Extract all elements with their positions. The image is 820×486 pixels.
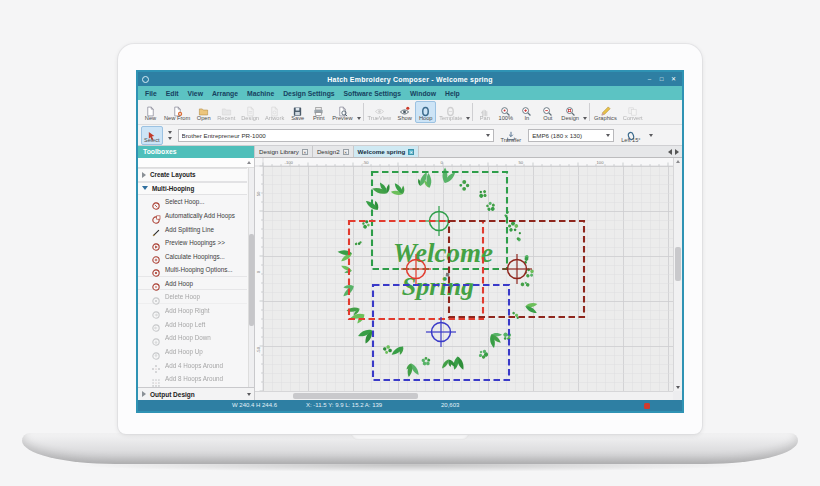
app-body: Toolboxes Create LayoutsMulti-HoopingSel… <box>138 146 682 400</box>
toolbox-scrollbar[interactable] <box>248 168 254 387</box>
scroll-up-icon[interactable] <box>676 160 680 163</box>
select-dropdown-caret[interactable] <box>167 131 174 140</box>
sidebar-item-multi-hooping-options[interactable]: Multi-Hooping Options... <box>138 263 247 277</box>
tab-close-icon[interactable]: ✕ <box>343 149 349 155</box>
toolbar-button-open[interactable]: Open <box>193 101 214 123</box>
toolbox-scroll-down[interactable] <box>247 393 251 396</box>
toolbar-group-caret[interactable] <box>582 100 588 124</box>
toolbar-button-in[interactable]: In <box>516 101 537 123</box>
toolbar-button-show[interactable]: Show <box>394 101 415 123</box>
sidebar-item-add-hoop[interactable]: Add Hoop <box>138 277 247 291</box>
canvas-vscrollbar-thumb[interactable] <box>675 247 681 282</box>
toolbar-overflow-caret[interactable] <box>648 134 655 137</box>
sidebar-item-label: Add Hoop Left <box>165 321 205 328</box>
toolbar-button-label: Out <box>543 115 552 121</box>
multi-hooping-options-icon <box>151 264 161 274</box>
zoom-100-icon <box>500 103 511 114</box>
toolbox-scroll-up[interactable] <box>138 158 254 168</box>
toolbar-group-caret[interactable] <box>465 100 471 124</box>
hoop-rotation-button[interactable]: Left 15° <box>618 126 643 145</box>
menu-file[interactable]: File <box>145 90 157 97</box>
toolbar-button-design: Design <box>238 101 262 123</box>
menu-help[interactable]: Help <box>445 90 460 97</box>
toolbar-button-preview[interactable]: Preview <box>329 101 355 123</box>
toolbar-button-new[interactable]: New <box>140 101 161 123</box>
add-hoop-down-icon <box>151 333 161 343</box>
machine-select[interactable]: Brother Entrepreneur PR-1000 <box>178 129 494 142</box>
status-bar: W 240.4 H 244.6 X: -11.5 Y: 9.9 L: 15.2 … <box>138 400 682 411</box>
toolbar-button-graphics[interactable]: Graphics <box>591 101 620 123</box>
toolbox-scrollbar-thumb[interactable] <box>249 234 254 326</box>
tab-scroll-left-icon[interactable] <box>668 149 672 155</box>
menu-arrange[interactable]: Arrange <box>212 90 238 97</box>
maximize-button[interactable]: □ <box>656 74 667 84</box>
menu-machine[interactable]: Machine <box>247 90 274 97</box>
sidebar-section-create-layouts[interactable]: Create Layouts <box>138 168 247 182</box>
window-title: Hatch Embroidery Composer - Welcome spri… <box>138 76 682 83</box>
sidebar-item-delete-hoop[interactable]: Delete Hoop <box>138 290 247 304</box>
toolbar-button-template: Template <box>436 101 465 123</box>
toolbar-button-label: Preview <box>332 115 352 121</box>
svg-text:50: 50 <box>256 191 261 196</box>
toolbar-button-new-from[interactable]: New From <box>161 101 193 123</box>
sidebar-item-preview-hoopings[interactable]: Preview Hoopings >> <box>138 236 247 250</box>
canvas-hscrollbar-thumb[interactable] <box>293 393 418 399</box>
tab-close-icon[interactable]: ✕ <box>408 149 414 155</box>
menu-window[interactable]: Window <box>410 90 436 97</box>
laptop-notch <box>351 433 469 440</box>
page-background: Hatch Embroidery Composer - Welcome spri… <box>0 0 820 486</box>
toolbar-button-print[interactable]: Print <box>308 101 329 123</box>
sidebar-item-calculate-hoopings[interactable]: Calculate Hoopings... <box>138 250 247 264</box>
open-folder-icon <box>198 103 209 114</box>
hoop-size-select[interactable]: EMP6 (180 x 130) <box>528 129 614 142</box>
toolbar-button-save[interactable]: Save <box>287 101 308 123</box>
sidebar-item-select-hoop[interactable]: Select Hoop... <box>138 195 247 209</box>
tab-design-library[interactable]: Design Library✕ <box>255 146 313 157</box>
menu-view[interactable]: View <box>188 90 203 97</box>
select-tool-button[interactable]: Select <box>141 126 163 145</box>
sidebar-item-label: Add Hoop Up <box>165 348 203 355</box>
status-cursor-coords: X: -11.5 Y: 9.9 L: 15.2 A: 139 <box>306 400 382 411</box>
menu-edit[interactable]: Edit <box>166 90 179 97</box>
tab-close-icon[interactable]: ✕ <box>302 149 308 155</box>
tab-welcome-spring[interactable]: Welcome spring✕ <box>354 146 420 157</box>
close-button[interactable]: ✕ <box>668 74 679 84</box>
tab-design2[interactable]: Design2✕ <box>313 146 354 157</box>
tab-scroll-right-icon[interactable] <box>675 149 679 155</box>
sidebar-item-add-4-hoops-around[interactable]: Add 4 Hoops Around <box>138 358 247 372</box>
menu-design-settings[interactable]: Design Settings <box>283 90 334 97</box>
sidebar-item-add-8-hoops-around[interactable]: Add 8 Hoops Around <box>138 372 247 386</box>
sidebar-item-label: Create Layouts <box>150 171 196 178</box>
toolbar-button-hoop[interactable]: Hoop <box>415 101 436 123</box>
scroll-down-icon[interactable] <box>676 386 680 389</box>
toolbar-button-out[interactable]: Out <box>537 101 558 123</box>
sidebar-item-add-hoop-up[interactable]: Add Hoop Up <box>138 345 247 359</box>
tab-label: Design Library <box>259 148 299 155</box>
transfer-button[interactable]: Transfer <box>498 126 525 145</box>
sidebar-item-add-hoop-left[interactable]: Add Hoop Left <box>138 318 247 332</box>
expand-arrow-icon <box>142 172 146 178</box>
toolbar-group-caret[interactable] <box>356 100 362 124</box>
canvas-hscrollbar[interactable] <box>255 391 673 400</box>
sidebar-item-add-splitting-line[interactable]: Add Splitting Line <box>138 222 247 236</box>
menu-software-settings[interactable]: Software Settings <box>344 90 401 97</box>
splitting-line-icon <box>151 224 161 234</box>
add-hoop-icon <box>151 278 161 288</box>
minimize-button[interactable]: – <box>644 74 655 84</box>
sidebar-item-add-hoop-down[interactable]: Add Hoop Down <box>138 331 247 345</box>
toolbar-button-label: Hoop <box>419 115 433 121</box>
canvas-vscrollbar[interactable] <box>673 158 682 391</box>
add-hoop-right-icon <box>151 306 161 316</box>
menu-bar: FileEditViewArrangeMachineDesign Setting… <box>138 86 682 100</box>
sidebar-item-automatically-add-hoops[interactable]: Automatically Add Hoops <box>138 209 247 223</box>
sidebar-item-add-hoop-right[interactable]: Add Hoop Right <box>138 304 247 318</box>
toolbar-button-100[interactable]: 100% <box>495 101 516 123</box>
design-text-spring[interactable]: Spring <box>402 272 474 301</box>
design-canvas[interactable]: -100-50050100500-50WelcomeSpring <box>255 158 682 400</box>
sidebar-section-multi-hooping[interactable]: Multi-Hooping <box>138 182 247 196</box>
sidebar-section-output-design[interactable]: Output Design <box>138 387 254 400</box>
add-4-hoops-icon <box>151 360 161 370</box>
toolbar-button-design[interactable]: Design <box>558 101 582 123</box>
status-stop-icon <box>644 403 650 409</box>
toolbar-button-label: New From <box>164 115 190 121</box>
